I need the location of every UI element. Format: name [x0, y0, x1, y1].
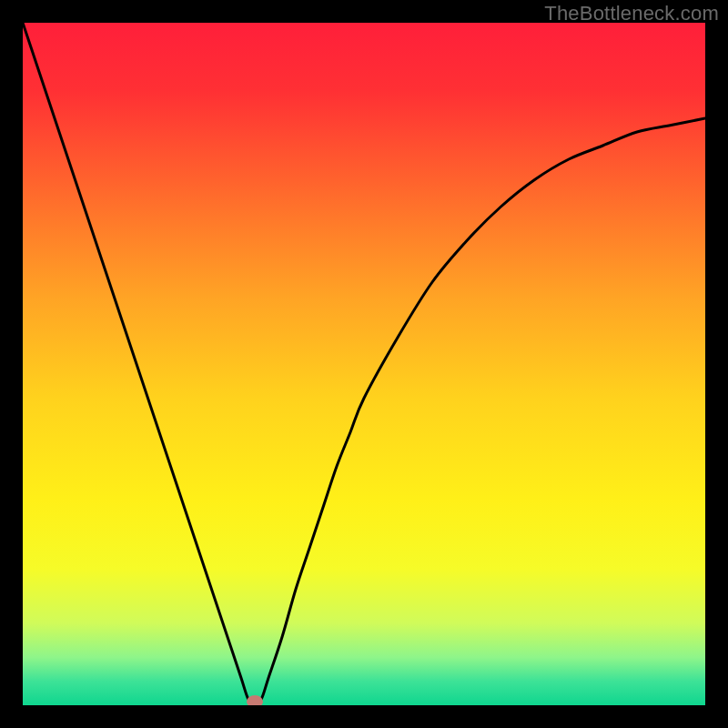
gradient-background: [23, 23, 705, 705]
plot-area: [23, 23, 705, 705]
chart-frame: TheBottleneck.com: [0, 0, 728, 728]
bottleneck-chart: [23, 23, 705, 705]
watermark-text: TheBottleneck.com: [544, 2, 719, 25]
